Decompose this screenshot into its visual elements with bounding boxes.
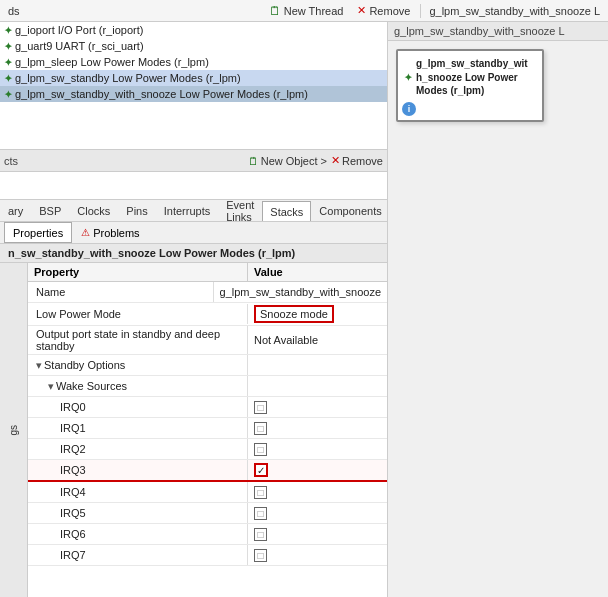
checkbox-unchecked[interactable]: □ [254,401,267,414]
new-thread-icon: 🗒 [269,4,281,18]
separator [420,4,421,18]
prop-row-irq2[interactable]: IRQ2 □ [28,439,387,460]
thread-list: ✦g_ioport I/O Port (r_ioport)✦g_uart9 UA… [0,22,387,149]
prop-row-irq5[interactable]: IRQ5 □ [28,503,387,524]
prop-val-cell: g_lpm_sw_standby_with_snooze [214,284,387,300]
prop-name-cell: IRQ5 [28,503,248,523]
tree-item-icon: ✦ [4,57,12,68]
prop-val-cell: □ [248,441,387,458]
right-panel-title: g_lpm_sw_standby_with_snooze L [425,5,604,17]
checkbox-checked[interactable]: ✓ [254,463,268,477]
right-panel-header: g_lpm_sw_standby_with_snooze L [388,22,608,41]
prop-val-cell: □ [248,547,387,564]
prop-row-standby-options[interactable]: ▾Standby Options [28,355,387,376]
new-object-button[interactable]: 🗒 New Object > [248,155,327,167]
tab-pins[interactable]: Pins [118,200,155,221]
prop-value-highlighted: Snooze mode [254,305,334,323]
tab-clocks[interactable]: Clocks [69,200,118,221]
tree-item-label: g_lpm_sleep Low Power Modes (r_lpm) [15,56,209,68]
diagram-box: ✦ g_lpm_sw_standby_wit h_snooze Low Powe… [396,49,544,122]
remove-button[interactable]: ✕ Remove [351,3,416,18]
prop-row-name[interactable]: Name g_lpm_sw_standby_with_snooze [28,282,387,303]
checkbox-unchecked[interactable]: □ [254,507,267,520]
tree-item-label: g_ioport I/O Port (r_ioport) [15,24,143,36]
tab-ary[interactable]: ary [0,200,31,221]
property-col-header: Property [28,263,248,281]
checkbox-unchecked[interactable]: □ [254,549,267,562]
diagram-box-header: ✦ g_lpm_sw_standby_wit h_snooze Low Powe… [404,57,536,98]
prop-row-irq1[interactable]: IRQ1 □ [28,418,387,439]
props-sub-tabs: Properties ⚠ Problems [0,222,387,244]
thread-list-item[interactable]: ✦g_lpm_sleep Low Power Modes (r_lpm) [0,54,387,70]
diagram-info-button[interactable]: i [402,102,416,116]
prop-row-output-port-state[interactable]: Output port state in standby and deep st… [28,326,387,355]
prop-val-cell: Not Available [248,332,387,348]
objects-area: cts 🗒 New Object > ✕ Remove [0,150,387,200]
new-object-icon: 🗒 [248,155,259,167]
checkbox-unchecked[interactable]: □ [254,528,267,541]
properties-tab[interactable]: Properties [4,222,72,243]
prop-name-cell: IRQ3 [28,460,248,480]
remove-object-button[interactable]: ✕ Remove [331,154,383,167]
checkbox-unchecked[interactable]: □ [254,443,267,456]
prop-name-cell: Low Power Mode [28,304,248,324]
tree-item-label: g_lpm_sw_standby_with_snooze Low Power M… [15,88,308,100]
value-col-header: Value [248,263,387,281]
prop-value: g_lpm_sw_standby_with_snooze [220,286,381,298]
top-bar: ds 🗒 New Thread ✕ Remove g_lpm_sw_standb… [0,0,608,22]
objects-label: cts [4,155,18,167]
tab-components[interactable]: Components [311,200,387,221]
prop-val-cell: □ [248,505,387,522]
prop-val-cell: ✓ [248,461,387,479]
main-layout: ✦g_ioport I/O Port (r_ioport)✦g_uart9 UA… [0,22,608,597]
tree-item-label: g_uart9 UART (r_sci_uart) [15,40,144,52]
props-content: gs Property Value Name g_lpm_sw_standby_… [0,263,387,597]
checkbox-unchecked[interactable]: □ [254,422,267,435]
prop-val-cell: □ [248,399,387,416]
props-rows-container: Name g_lpm_sw_standby_with_snooze Low Po… [28,282,387,566]
thread-list-item[interactable]: ✦g_lpm_sw_standby Low Power Modes (r_lpm… [0,70,387,86]
prop-value: Not Available [254,334,318,346]
tab-event-links[interactable]: Event Links [218,200,262,221]
problems-tab[interactable]: ⚠ Problems [72,222,148,243]
prop-row-low-power-mode[interactable]: Low Power Mode Snooze mode [28,303,387,326]
thread-list-item[interactable]: ✦g_uart9 UART (r_sci_uart) [0,38,387,54]
props-table-header: Property Value [28,263,387,282]
props-sidebar: gs [0,263,28,597]
objects-header: cts 🗒 New Object > ✕ Remove [0,150,387,172]
tab-bsp[interactable]: BSP [31,200,69,221]
prop-name-cell: IRQ6 [28,524,248,544]
tabs-bar: aryBSPClocksPinsInterruptsEvent LinksSta… [0,200,387,222]
prop-name-cell: IRQ0 [28,397,248,417]
prop-row-irq6[interactable]: IRQ6 □ [28,524,387,545]
prop-val-cell: □ [248,420,387,437]
props-title: n_sw_standby_with_snooze Low Power Modes… [0,244,387,263]
section-toggle[interactable]: ▾ [48,380,54,393]
prop-name-cell: IRQ1 [28,418,248,438]
prop-name-cell: Output port state in standby and deep st… [28,326,248,354]
prop-row-irq4[interactable]: IRQ4 □ [28,482,387,503]
left-panel-title-label: ds [4,5,24,17]
new-thread-button[interactable]: 🗒 New Thread [263,3,350,19]
remove-object-icon: ✕ [331,154,340,167]
prop-row-irq7[interactable]: IRQ7 □ [28,545,387,566]
checkbox-unchecked[interactable]: □ [254,486,267,499]
tab-interrupts[interactable]: Interrupts [156,200,218,221]
tree-item-icon: ✦ [4,41,12,52]
prop-name-cell: IRQ7 [28,545,248,565]
objects-list [0,172,387,199]
tab-stacks[interactable]: Stacks [262,201,311,222]
prop-name-cell: IRQ2 [28,439,248,459]
prop-val-cell: □ [248,484,387,501]
prop-name-cell: Name [28,282,214,302]
thread-list-item[interactable]: ✦g_ioport I/O Port (r_ioport) [0,22,387,38]
prop-val-cell [248,384,387,388]
prop-name-cell: IRQ4 [28,482,248,502]
prop-row-wake-sources[interactable]: ▾Wake Sources [28,376,387,397]
prop-row-irq3[interactable]: IRQ3 ✓ [28,460,387,482]
tree-item-icon: ✦ [4,25,12,36]
section-toggle[interactable]: ▾ [36,359,42,372]
prop-row-irq0[interactable]: IRQ0 □ [28,397,387,418]
thread-list-item[interactable]: ✦g_lpm_sw_standby_with_snooze Low Power … [0,86,387,102]
left-panel: ✦g_ioport I/O Port (r_ioport)✦g_uart9 UA… [0,22,388,597]
